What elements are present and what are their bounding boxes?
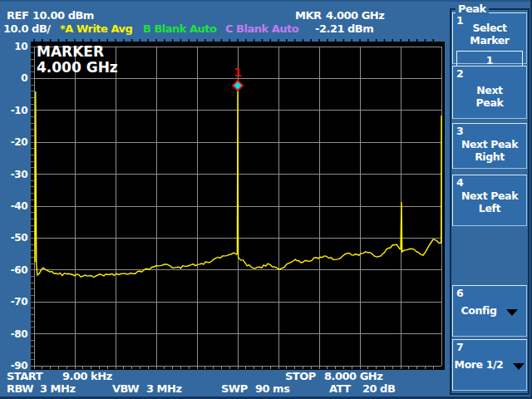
softkey-number: 7 (456, 341, 463, 353)
trace-b-status: B Blank Auto (143, 23, 216, 35)
y-axis-label: -10 (3, 105, 27, 116)
y-axis-label: -30 (3, 169, 27, 180)
softkey-menu: Peak 1 Select Marker 1 2 Next Peak 3 Nex… (449, 2, 530, 397)
softkey-label: Select Marker (453, 13, 526, 47)
softkey-label-line1: Next Peak (453, 138, 526, 150)
mkr-amplitude: -2.21 dBm (315, 23, 373, 35)
softkey-number: 2 (456, 67, 463, 80)
sweep-label: SWP (221, 383, 248, 395)
y-axis-label: 0 (3, 72, 27, 84)
softkey-number: 3 (456, 125, 463, 137)
marker-readout-annotation: MARKER 4.000 GHz (37, 44, 118, 76)
y-axis-label: -20 (3, 136, 27, 148)
softkey-label: Config (461, 304, 497, 317)
softkey-number: 6 (456, 287, 463, 299)
y-axis-label: -70 (3, 296, 27, 308)
softkey-select-marker[interactable]: 1 Select Marker 1 (452, 12, 527, 64)
atten-value: 20 dB (362, 383, 395, 395)
y-axis-label: -50 (3, 232, 27, 244)
softkey-label-line1: Next Peak (453, 190, 526, 202)
softkey-label: More 1/2 (455, 358, 504, 371)
start-freq-value: 9.00 kHz (62, 371, 112, 382)
dropdown-arrow-icon (513, 363, 525, 370)
marker-annotation-freq: 4.000 GHz (37, 60, 118, 76)
mkr-frequency: 4.000 GHz (326, 10, 384, 22)
dropdown-arrow-icon (506, 309, 518, 316)
softkey-number: 4 (456, 176, 463, 189)
ref-value: 10.00 dBm (32, 10, 94, 22)
sweep-value: 90 ms (255, 383, 289, 395)
selected-marker-value: 1 (486, 54, 493, 66)
y-axis-label: -60 (3, 264, 27, 276)
y-axis-label: -40 (3, 200, 27, 212)
y-axis-label: 10 (3, 41, 27, 52)
trace-c-status: C Blank Auto (225, 23, 298, 35)
softkey-next-peak-right[interactable]: 3 Next Peak Right (452, 123, 527, 169)
ref-label: REF (7, 10, 28, 22)
scale-per-div: 10.0 dB/ (3, 23, 51, 35)
rbw-label: RBW (7, 383, 33, 395)
rbw-value: 3 MHz (40, 383, 75, 395)
softkey-config[interactable]: 6 Config (452, 285, 527, 337)
softkey-label-line2: Peak (453, 96, 526, 109)
start-freq-label: START (7, 371, 42, 382)
softkey-menu-title: Peak (456, 2, 489, 15)
softkey-next-peak-left[interactable]: 4 Next Peak Left (452, 175, 527, 226)
atten-label: ATT (329, 383, 351, 395)
softkey-label-line2: Left (453, 202, 526, 214)
vbw-label: VBW (112, 383, 139, 395)
softkey-label-line2: Right (453, 150, 526, 163)
graticule-plot: 1 (31, 39, 445, 370)
screen-top-edge (0, 0, 532, 2)
marker-1-number: 1 (234, 66, 242, 79)
y-axis-label: -80 (3, 328, 27, 340)
softkey-label-line1: Next (453, 84, 526, 96)
stop-freq-value: 8.000 GHz (324, 371, 382, 382)
stop-freq-label: STOP (285, 371, 316, 382)
marker-annotation-title: MARKER (37, 44, 118, 60)
softkey-number: 1 (456, 14, 463, 27)
vbw-value: 3 MHz (146, 383, 181, 395)
softkey-more[interactable]: 7 More 1/2 (452, 339, 527, 391)
mkr-label: MKR (295, 10, 322, 22)
trace-a-status: *A Write Avg (60, 23, 132, 35)
softkey-next-peak[interactable]: 2 Next Peak (452, 66, 527, 119)
spectrum-analyzer-screen: REF 10.00 dBm MKR 4.000 GHz 10.0 dB/ *A … (0, 0, 532, 399)
